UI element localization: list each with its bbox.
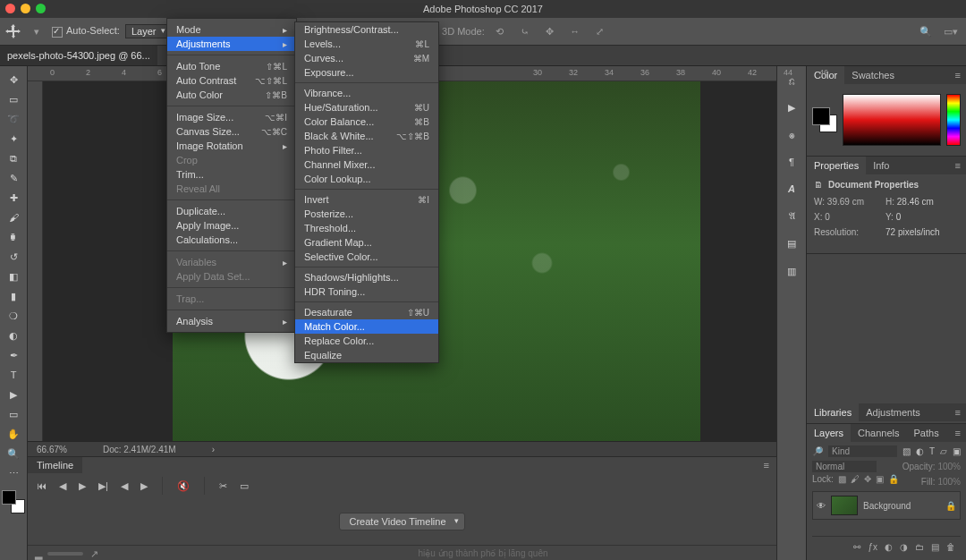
menu-item-color-balance[interactable]: Color Balance...⌘B bbox=[295, 115, 438, 129]
render-video-icon[interactable]: ↗ bbox=[90, 548, 98, 560]
doc-size-status[interactable]: Doc: 2.41M/2.41M bbox=[103, 445, 176, 454]
menu-item-selective-color[interactable]: Selective Color... bbox=[295, 250, 438, 264]
menu-item-match-color[interactable]: Match Color... bbox=[295, 319, 438, 334]
foreground-background-colors[interactable] bbox=[2, 490, 25, 513]
menu-item-canvas-size[interactable]: Canvas Size...⌥⌘C bbox=[167, 124, 296, 139]
glyphs-panel-icon[interactable]: 𝔄 bbox=[789, 210, 795, 222]
workspace-switcher-icon[interactable]: ▭▾ bbox=[941, 21, 961, 41]
layer-style-icon[interactable]: ƒx bbox=[868, 542, 877, 552]
3d-orbit-icon[interactable]: ⟲ bbox=[490, 21, 510, 41]
crop-tool[interactable]: ⧉ bbox=[2, 148, 25, 168]
foreground-color-swatch[interactable] bbox=[2, 490, 16, 505]
adjustments-tab[interactable]: Adjustments bbox=[859, 403, 928, 421]
hue-cube-picker[interactable] bbox=[843, 94, 941, 146]
layers-tab[interactable]: Layers bbox=[807, 424, 851, 442]
hand-tool[interactable]: ✋ bbox=[2, 424, 25, 444]
menu-item-auto-tone[interactable]: Auto Tone⇧⌘L bbox=[167, 59, 296, 73]
next-keyframe-icon[interactable]: ▶ bbox=[140, 480, 148, 492]
blur-tool[interactable]: ❍ bbox=[2, 306, 25, 326]
menu-item-duplicate[interactable]: Duplicate... bbox=[167, 204, 296, 218]
panel-menu-icon[interactable]: ≡ bbox=[950, 403, 966, 421]
new-adjustment-layer-icon[interactable]: ◑ bbox=[900, 542, 908, 552]
minimize-window-icon[interactable] bbox=[21, 4, 30, 13]
menu-item-exposure[interactable]: Exposure... bbox=[295, 65, 438, 80]
properties-tab[interactable]: Properties bbox=[807, 157, 866, 174]
audio-mute-icon[interactable]: 🔇 bbox=[177, 480, 190, 492]
menu-item-curves[interactable]: Curves...⌘M bbox=[295, 51, 438, 65]
tool-preset-dropdown-icon[interactable]: ▾ bbox=[27, 21, 47, 41]
menu-item-analysis[interactable]: Analysis bbox=[167, 314, 296, 328]
next-frame-icon[interactable]: ▶| bbox=[98, 480, 108, 492]
play-icon[interactable]: ▶ bbox=[79, 480, 86, 492]
new-layer-icon[interactable]: ▤ bbox=[931, 542, 939, 552]
brush-tool[interactable]: 🖌 bbox=[2, 208, 25, 227]
menu-item-levels[interactable]: Levels...⌘L bbox=[295, 37, 438, 51]
panel-menu-icon[interactable]: ≡ bbox=[950, 157, 966, 174]
quick-select-tool[interactable]: ✦ bbox=[2, 129, 25, 148]
menu-item-invert[interactable]: Invert⌘I bbox=[295, 192, 438, 207]
brush-settings-panel-icon[interactable]: ⎈ bbox=[789, 130, 795, 140]
lock-artboard-icon[interactable]: ▣ bbox=[876, 474, 884, 484]
shape-tool[interactable]: ▭ bbox=[2, 404, 25, 424]
document-tab[interactable]: pexels-photo-54300.jpeg @ 66... bbox=[0, 46, 157, 65]
info-tab[interactable]: Info bbox=[866, 157, 896, 174]
eraser-tool[interactable]: ◧ bbox=[2, 267, 25, 286]
auto-select-target-dropdown[interactable]: Layer bbox=[125, 24, 170, 38]
layer-filter-search-icon[interactable]: 🔎 bbox=[812, 446, 823, 456]
menu-item-threshold[interactable]: Threshold... bbox=[295, 221, 438, 235]
channels-tab[interactable]: Channels bbox=[851, 424, 906, 442]
menu-item-desaturate[interactable]: Desaturate⇧⌘U bbox=[295, 305, 438, 319]
filter-type-icon[interactable]: T bbox=[929, 446, 935, 456]
move-tool[interactable]: ✥ bbox=[2, 70, 25, 89]
3d-pan-icon[interactable]: ✥ bbox=[540, 21, 560, 41]
panel-menu-icon[interactable]: ≡ bbox=[757, 457, 776, 473]
filter-smart-icon[interactable]: ▣ bbox=[953, 446, 961, 456]
filter-shape-icon[interactable]: ▱ bbox=[940, 446, 947, 456]
filter-adjustment-icon[interactable]: ◐ bbox=[916, 446, 924, 456]
link-layers-icon[interactable]: ⚯ bbox=[853, 542, 860, 552]
paths-tab[interactable]: Paths bbox=[907, 424, 946, 442]
lock-all-icon[interactable]: 🔒 bbox=[888, 474, 899, 484]
menu-item-color-lookup[interactable]: Color Lookup... bbox=[295, 172, 438, 186]
history-brush-tool[interactable]: ↺ bbox=[2, 247, 25, 267]
menu-item-posterize[interactable]: Posterize... bbox=[295, 207, 438, 221]
auto-select-checkbox[interactable]: Auto-Select: bbox=[52, 25, 120, 37]
split-clip-icon[interactable]: ✂ bbox=[219, 480, 227, 492]
menu-item-channel-mixer[interactable]: Channel Mixer... bbox=[295, 157, 438, 172]
menu-item-apply-image[interactable]: Apply Image... bbox=[167, 218, 296, 233]
filter-pixel-icon[interactable]: ▧ bbox=[902, 446, 911, 456]
menu-item-auto-color[interactable]: Auto Color⇧⌘B bbox=[167, 88, 296, 102]
hue-slider[interactable] bbox=[946, 94, 961, 146]
go-to-first-frame-icon[interactable]: ⏮ bbox=[37, 480, 47, 491]
timeline-tab[interactable]: Timeline bbox=[28, 457, 82, 473]
panel-menu-icon[interactable]: ≡ bbox=[950, 66, 966, 84]
transition-icon[interactable]: ▭ bbox=[240, 480, 249, 492]
menu-item-photo-filter[interactable]: Photo Filter... bbox=[295, 143, 438, 157]
layer-mask-icon[interactable]: ◐ bbox=[885, 542, 893, 552]
zoom-window-icon[interactable] bbox=[36, 4, 46, 13]
paragraph-panel-icon[interactable]: A bbox=[788, 183, 795, 194]
layer-name[interactable]: Background bbox=[863, 501, 911, 511]
menu-item-brightness-contrast[interactable]: Brightness/Contrast... bbox=[295, 22, 438, 37]
dodge-tool[interactable]: ◐ bbox=[2, 326, 25, 345]
3d-slide-icon[interactable]: ↔ bbox=[565, 21, 585, 41]
pen-tool[interactable]: ✒ bbox=[2, 345, 25, 365]
timeline-zoom-out-icon[interactable]: ▂ bbox=[35, 548, 42, 560]
zoom-tool[interactable]: 🔍 bbox=[2, 444, 25, 463]
layer-row-background[interactable]: 👁 Background 🔒 bbox=[812, 491, 961, 520]
actions-panel-icon[interactable]: ▶ bbox=[788, 102, 795, 114]
notes-panel-icon[interactable]: ▥ bbox=[787, 266, 796, 277]
lasso-tool[interactable]: ➰ bbox=[2, 109, 25, 129]
menu-item-black-white[interactable]: Black & White...⌥⇧⌘B bbox=[295, 129, 438, 143]
character-panel-icon[interactable]: ¶ bbox=[789, 157, 794, 167]
menu-item-mode[interactable]: Mode bbox=[167, 22, 296, 37]
libraries-tab[interactable]: Libraries bbox=[807, 403, 859, 421]
timeline-zoom-slider[interactable] bbox=[47, 552, 83, 556]
type-tool[interactable]: T bbox=[2, 365, 25, 385]
menu-item-gradient-map[interactable]: Gradient Map... bbox=[295, 235, 438, 250]
menu-item-image-size[interactable]: Image Size...⌥⌘I bbox=[167, 110, 296, 124]
menu-item-trim[interactable]: Trim... bbox=[167, 167, 296, 182]
menu-item-shadows-highlights[interactable]: Shadows/Highlights... bbox=[295, 270, 438, 284]
menu-item-vibrance[interactable]: Vibrance... bbox=[295, 86, 438, 100]
path-select-tool[interactable]: ▶ bbox=[2, 385, 25, 404]
